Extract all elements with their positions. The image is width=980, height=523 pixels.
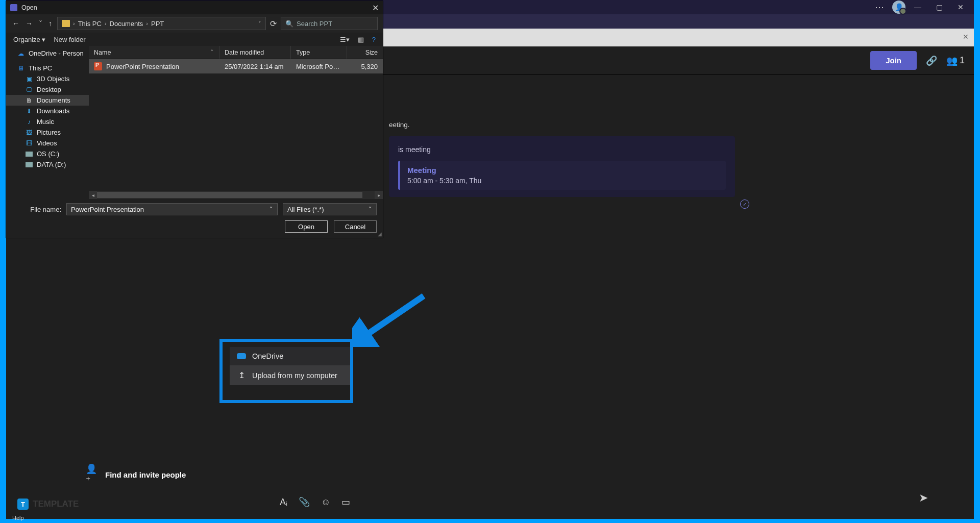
attach-icon[interactable]: 📎 — [299, 496, 310, 508]
sb-label: Videos — [37, 139, 57, 147]
sb-label: 3D Objects — [37, 75, 69, 83]
newfolder-button[interactable]: New folder — [54, 36, 85, 43]
open-dialog: Open ✕ ← → ˅ ↑ › This PC › Documents › P… — [6, 1, 383, 238]
refresh-icon[interactable]: ⟳ — [270, 19, 277, 29]
sb-label: OS (C:) — [37, 150, 59, 158]
nav-back-icon[interactable]: ← — [11, 19, 20, 28]
search-icon: 🔍 — [285, 20, 293, 28]
add-person-icon[interactable]: 👤⁺ — [86, 468, 99, 481]
scroll-right-icon[interactable]: ▸ — [375, 191, 383, 199]
dialog-nav: ← → ˅ ↑ › This PC › Documents › PPT ˅ ⟳ … — [6, 14, 383, 33]
chevron-icon: › — [146, 20, 148, 27]
preview-pane-icon[interactable]: ▥ — [358, 36, 364, 43]
nav-up-icon[interactable]: ↑ — [47, 19, 53, 28]
organize-button[interactable]: Organize ▾ — [13, 36, 45, 43]
invite-row: 👤⁺ Find and invite people — [86, 468, 933, 481]
col-size[interactable]: Size — [347, 46, 383, 59]
participants-icon[interactable]: 👥 1 — [946, 55, 965, 66]
scroll-left-icon[interactable]: ◂ — [89, 191, 97, 199]
onedrive-icon — [237, 353, 246, 359]
breadcrumb[interactable]: › This PC › Documents › PPT ˅ — [57, 17, 266, 30]
avatar[interactable]: 👤 — [892, 1, 905, 14]
dialog-toolbar: Organize ▾ New folder ☰▾ ▥ ? — [6, 33, 383, 46]
compose-box[interactable] — [86, 484, 933, 497]
sb-label: OneDrive - Person — [29, 49, 84, 57]
col-type[interactable]: Type — [291, 46, 347, 59]
sidebar-item-downloads[interactable]: ⬇Downloads — [6, 106, 89, 116]
filetype-filter[interactable]: All Files (*.*)˅ — [283, 203, 377, 215]
sidebar-item-pictures[interactable]: 🖼Pictures — [6, 127, 89, 138]
sidebar-item-documents[interactable]: 🗎Documents — [6, 95, 89, 106]
columns-header[interactable]: Name˄ Date modified Type Size — [89, 46, 383, 59]
chevron-icon: › — [105, 20, 107, 27]
gif-icon[interactable]: ▭ — [341, 496, 350, 508]
sidebar-item-osc[interactable]: OS (C:) — [6, 148, 89, 159]
sidebar-item-videos[interactable]: 🎞Videos — [6, 138, 89, 148]
sidebar-item-desktop[interactable]: 🖵Desktop — [6, 84, 89, 95]
attach-upload-item[interactable]: ↥ Upload from my computer — [230, 365, 352, 385]
minimize-icon[interactable]: ― — [909, 1, 927, 13]
upload-icon: ↥ — [237, 370, 246, 380]
pptx-icon — [94, 62, 102, 70]
help-icon[interactable]: ? — [372, 36, 376, 43]
sidebar-item-3dobjects[interactable]: ▣3D Objects — [6, 73, 89, 84]
sb-label: Pictures — [37, 129, 61, 136]
chevron-down-icon[interactable]: ˅ — [258, 20, 261, 27]
folder-icon — [62, 20, 70, 27]
attach-onedrive-item[interactable]: OneDrive — [230, 347, 352, 365]
maximize-icon[interactable]: ▢ — [930, 1, 948, 13]
seen-check-icon: ✓ — [740, 200, 749, 209]
view-icon[interactable]: ☰▾ — [340, 36, 350, 43]
col-name[interactable]: Name˄ — [89, 46, 219, 59]
search-placeholder: Search PPT — [297, 20, 332, 28]
sidebar-item-datad[interactable]: DATA (D:) — [6, 159, 89, 170]
more-icon[interactable]: ⋯ — [875, 2, 885, 13]
scroll-track[interactable] — [97, 192, 375, 198]
scroll-thumb[interactable] — [97, 192, 362, 198]
banner-close-icon[interactable]: ✕ — [963, 33, 969, 41]
file-row[interactable]: PowerPoint Presentation 25/07/2022 1:14 … — [89, 59, 383, 73]
file-size-cell: 5,320 — [347, 63, 383, 70]
dialog-titlebar: Open ✕ — [6, 1, 383, 14]
emoji-icon[interactable]: ☺ — [321, 496, 330, 508]
file-name-cell: PowerPoint Presentation — [89, 62, 219, 70]
dialog-body: ☁OneDrive - Person 🖥This PC ▣3D Objects … — [6, 46, 383, 199]
chevron-down-icon[interactable]: ˅ — [270, 206, 273, 213]
send-icon[interactable]: ➤ — [919, 491, 928, 505]
close-icon[interactable]: ✕ — [951, 1, 970, 13]
desktop-icon: 🖵 — [26, 86, 33, 93]
help-label[interactable]: Help — [12, 515, 24, 521]
resize-grip-icon[interactable]: ◢ — [378, 231, 382, 237]
attach-upload-label: Upload from my computer — [252, 371, 337, 380]
sidebar-item-thispc[interactable]: 🖥This PC — [6, 63, 89, 73]
chevron-down-icon[interactable]: ˅ — [369, 206, 372, 213]
meeting-card: is meeting Meeting 5:00 am - 5:30 am, Th… — [389, 136, 735, 197]
attach-onedrive-label: OneDrive — [252, 352, 283, 360]
path-documents[interactable]: Documents — [110, 20, 143, 28]
sb-label: Music — [37, 118, 54, 126]
file-modified-cell: 25/07/2022 1:14 am — [219, 63, 291, 70]
join-button[interactable]: Join — [870, 51, 917, 70]
schedule-text-fragment: eeting. — [389, 121, 410, 129]
sidebar-item-onedrive[interactable]: ☁OneDrive - Person — [6, 48, 89, 59]
search-input[interactable]: 🔍 Search PPT — [281, 17, 378, 30]
col-modified[interactable]: Date modified — [219, 46, 291, 59]
meeting-card-inner[interactable]: Meeting 5:00 am - 5:30 am, Thu — [398, 161, 726, 190]
format-icon[interactable]: Aᵢ — [280, 496, 287, 508]
pictures-icon: 🖼 — [26, 129, 33, 136]
filename-input[interactable]: PowerPoint Presentation˅ — [66, 203, 278, 215]
dialog-close-icon[interactable]: ✕ — [372, 3, 379, 13]
dialog-footer: File name: PowerPoint Presentation˅ All … — [6, 199, 383, 237]
nav-forward-icon[interactable]: → — [24, 19, 34, 28]
open-button[interactable]: Open — [285, 220, 328, 233]
path-root[interactable]: This PC — [78, 20, 102, 28]
horizontal-scrollbar[interactable]: ◂ ▸ — [89, 191, 383, 199]
copy-link-icon[interactable]: 🔗 — [926, 55, 937, 66]
nav-recent-icon[interactable]: ˅ — [38, 19, 43, 28]
path-ppt[interactable]: PPT — [151, 20, 164, 28]
sidebar-item-music[interactable]: ♪Music — [6, 116, 89, 127]
file-list: Name˄ Date modified Type Size PowerPoint… — [89, 46, 383, 199]
cancel-button[interactable]: Cancel — [334, 220, 377, 233]
attach-popup: OneDrive ↥ Upload from my computer — [230, 347, 352, 385]
sb-label: Downloads — [37, 107, 69, 115]
